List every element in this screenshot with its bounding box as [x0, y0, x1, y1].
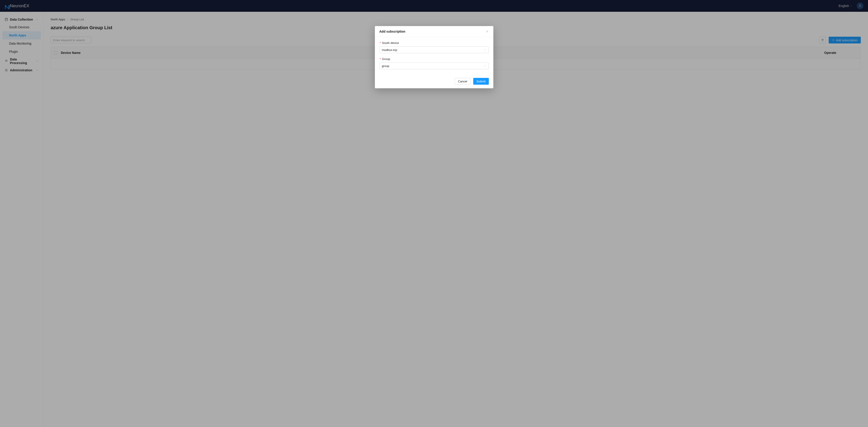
field-south-device: *South device modbus-tcp	[379, 41, 489, 53]
modal-title: Add subscription	[379, 30, 405, 33]
cancel-label: Cancel	[458, 80, 467, 83]
group-label: *Group	[379, 57, 489, 61]
modal-body: *South device modbus-tcp *Group group	[375, 37, 493, 74]
required-asterisk: *	[379, 57, 381, 61]
field-group: *Group group	[379, 57, 489, 69]
submit-button[interactable]: Submit	[473, 78, 489, 85]
modal-footer: Cancel Submit	[375, 74, 493, 88]
chevron-down-icon	[484, 64, 486, 67]
group-value: group	[382, 64, 389, 68]
group-label-text: Group	[382, 57, 390, 61]
cancel-button[interactable]: Cancel	[455, 78, 470, 85]
group-select[interactable]: group	[379, 62, 489, 69]
south-device-label-text: South device	[382, 41, 399, 45]
add-subscription-modal: Add subscription *South device modbus-tc…	[375, 26, 493, 88]
modal-header: Add subscription	[375, 26, 493, 37]
chevron-down-icon	[484, 49, 486, 51]
south-device-label: *South device	[379, 41, 489, 45]
close-icon	[486, 30, 489, 33]
south-device-select[interactable]: modbus-tcp	[379, 47, 489, 53]
required-asterisk: *	[379, 41, 381, 45]
modal-close-button[interactable]	[486, 30, 489, 33]
south-device-value: modbus-tcp	[382, 48, 397, 52]
submit-label: Submit	[476, 80, 486, 83]
